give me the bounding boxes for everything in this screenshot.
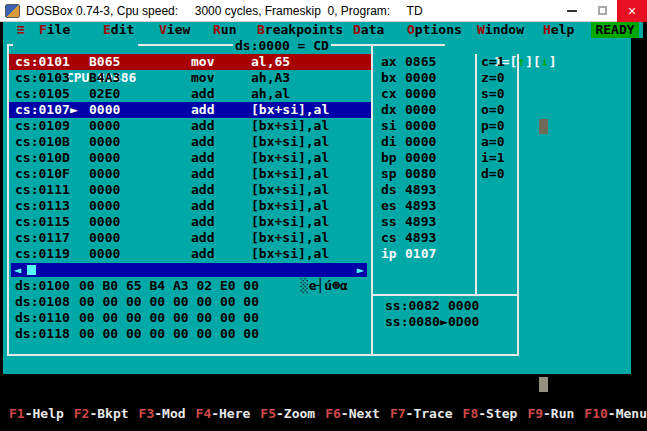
disasm-row[interactable]: cs:0103B4A3movah,A3 bbox=[9, 70, 371, 86]
menu-item-window[interactable]: Window bbox=[477, 22, 524, 38]
stack-pane-divider bbox=[373, 294, 517, 296]
disasm-row-current[interactable]: cs:0107►0000add[bx+si],al bbox=[9, 102, 371, 118]
flag-row[interactable]: c=1 bbox=[481, 54, 504, 70]
disasm-row[interactable]: cs:010D0000add[bx+si],al bbox=[9, 150, 371, 166]
register-name: bp bbox=[381, 150, 397, 166]
dump-row[interactable]: ds:010800 00 00 00 00 00 00 00 bbox=[9, 294, 371, 310]
fkey-key: F6 bbox=[325, 406, 341, 421]
disasm-row[interactable]: cs:01130000add[bx+si],al bbox=[9, 198, 371, 214]
disasm-row[interactable]: cs:01090000add[bx+si],al bbox=[9, 118, 371, 134]
flag-row[interactable]: z=0 bbox=[481, 70, 504, 86]
stack-row[interactable]: ss:0080►0D00 bbox=[375, 314, 517, 330]
flag-row[interactable]: d=0 bbox=[481, 166, 504, 182]
menu-item-view[interactable]: View bbox=[159, 22, 190, 38]
fkey-f6[interactable]: F6-Next bbox=[325, 406, 380, 422]
maximize-button[interactable] bbox=[587, 0, 617, 22]
fkey-f1[interactable]: F1-Help bbox=[9, 406, 64, 422]
disasm-address: cs:0111 bbox=[15, 182, 70, 198]
register-row[interactable]: cx0000 bbox=[375, 86, 473, 102]
disasm-row[interactable]: cs:01110000add[bx+si],al bbox=[9, 182, 371, 198]
dosbox-icon[interactable] bbox=[5, 4, 20, 18]
disasm-operands: ah,A3 bbox=[251, 70, 290, 86]
disasm-row[interactable]: cs:010502E0addah,al bbox=[9, 86, 371, 102]
register-row[interactable]: ss4893 bbox=[375, 214, 473, 230]
register-row[interactable]: bx0000 bbox=[375, 70, 473, 86]
disasm-row[interactable]: cs:01170000add[bx+si],al bbox=[9, 230, 371, 246]
h-scrollbar[interactable]: ◄ ► bbox=[11, 263, 367, 277]
menu-item-options[interactable]: Options bbox=[407, 22, 462, 38]
menu-item-help[interactable]: Help bbox=[543, 22, 574, 38]
dump-row[interactable]: ds:011000 00 00 00 00 00 00 00 bbox=[9, 310, 371, 326]
fkey-f9[interactable]: F9-Run bbox=[527, 406, 574, 422]
close-button[interactable]: × bbox=[617, 0, 647, 22]
register-row[interactable]: sp0080 bbox=[375, 166, 473, 182]
register-row-ip[interactable]: ip0107 bbox=[375, 246, 473, 262]
menu-item-file[interactable]: File bbox=[39, 22, 70, 38]
disasm-row-breakpoint[interactable]: cs:0101B065moval,65 bbox=[9, 54, 371, 70]
flag-row[interactable]: s=0 bbox=[481, 86, 504, 102]
register-row[interactable]: dx0000 bbox=[375, 102, 473, 118]
disasm-address: cs:0117 bbox=[15, 230, 70, 246]
scroll-thumb[interactable] bbox=[27, 265, 36, 275]
disasm-operands: [bx+si],al bbox=[251, 118, 329, 134]
dump-bytes: 00 00 00 00 00 00 00 00 bbox=[79, 310, 259, 326]
dump-row[interactable]: ds:011800 00 00 00 00 00 00 00 bbox=[9, 326, 371, 342]
fkey-f2[interactable]: F2-Bkpt bbox=[74, 406, 129, 422]
menu-label: ata bbox=[361, 22, 384, 37]
system-menu-icon[interactable]: ≡ bbox=[17, 22, 25, 38]
disasm-bytes: 0000 bbox=[89, 214, 120, 230]
menu-label: dit bbox=[111, 22, 134, 37]
scroll-right-arrow-icon[interactable]: ► bbox=[357, 263, 364, 277]
disasm-row[interactable]: cs:01190000add[bx+si],al bbox=[9, 246, 371, 262]
disasm-address: cs:0119 bbox=[15, 246, 70, 262]
disassembly-pane: cs:0101B065moval,65 cs:0103B4A3movah,A3 … bbox=[9, 54, 371, 262]
window-titlebar[interactable]: DOSBox 0.74-3, Cpu speed: 3000 cycles, F… bbox=[0, 0, 647, 22]
flag-row[interactable]: p=0 bbox=[481, 118, 504, 134]
disasm-mnemonic: mov bbox=[191, 70, 214, 86]
disasm-bytes: B4A3 bbox=[89, 70, 120, 86]
stack-row[interactable]: ss:00820000 bbox=[375, 298, 517, 314]
register-row[interactable]: si0000 bbox=[375, 118, 473, 134]
disasm-row[interactable]: cs:010F0000add[bx+si],al bbox=[9, 166, 371, 182]
fkey-label: -Next bbox=[341, 406, 380, 421]
fkey-f5[interactable]: F5-Zoom bbox=[260, 406, 315, 422]
flag-row[interactable]: i=1 bbox=[481, 150, 504, 166]
menu-item-run[interactable]: Run bbox=[213, 22, 236, 38]
menu-label: indow bbox=[485, 22, 524, 37]
minimize-button[interactable] bbox=[557, 0, 587, 22]
disasm-mnemonic: add bbox=[191, 214, 214, 230]
disasm-mnemonic: add bbox=[191, 86, 214, 102]
flag-row[interactable]: o=0 bbox=[481, 102, 504, 118]
menu-label: ile bbox=[47, 22, 70, 37]
fkey-key: F8 bbox=[463, 406, 479, 421]
minimize-icon bbox=[567, 10, 577, 12]
register-row[interactable]: ds4893 bbox=[375, 182, 473, 198]
flag-row[interactable]: a=0 bbox=[481, 134, 504, 150]
fkey-f7[interactable]: F7-Trace bbox=[390, 406, 453, 422]
disasm-address: cs:0109 bbox=[15, 118, 70, 134]
menu-item-data[interactable]: Data bbox=[353, 22, 384, 38]
fkey-key: F2 bbox=[74, 406, 90, 421]
register-row[interactable]: es4893 bbox=[375, 198, 473, 214]
fkey-f3[interactable]: F3-Mod bbox=[139, 406, 186, 422]
menu-hotkey: R bbox=[213, 22, 221, 37]
dos-screen: ≡ File Edit View Run Breakpoints Data Op… bbox=[3, 22, 643, 422]
window-zoom-controls[interactable]: 1=[↑][↓] bbox=[445, 38, 559, 54]
register-row[interactable]: bp0000 bbox=[375, 150, 473, 166]
register-name: ss bbox=[381, 214, 397, 230]
register-row[interactable]: di0000 bbox=[375, 134, 473, 150]
disasm-row[interactable]: cs:01150000add[bx+si],al bbox=[9, 214, 371, 230]
disasm-operands: [bx+si],al bbox=[251, 246, 329, 262]
menu-label: elp bbox=[551, 22, 574, 37]
disasm-bytes: 0000 bbox=[89, 182, 120, 198]
scroll-left-arrow-icon[interactable]: ◄ bbox=[14, 263, 21, 277]
menu-item-edit[interactable]: Edit bbox=[103, 22, 134, 38]
register-row[interactable]: cs4893 bbox=[375, 230, 473, 246]
register-row[interactable]: ax0865 bbox=[375, 54, 473, 70]
disasm-row[interactable]: cs:010B0000add[bx+si],al bbox=[9, 134, 371, 150]
menu-item-breakpoints[interactable]: Breakpoints bbox=[257, 22, 343, 38]
dump-row[interactable]: ds:010000 B0 65 B4 A3 02 E0 00 ░e┤ú☻α bbox=[9, 278, 371, 294]
fkey-f4[interactable]: F4-Here bbox=[196, 406, 251, 422]
fkey-f8[interactable]: F8-Step bbox=[463, 406, 518, 422]
fkey-f10[interactable]: F10-Menu bbox=[584, 406, 647, 422]
